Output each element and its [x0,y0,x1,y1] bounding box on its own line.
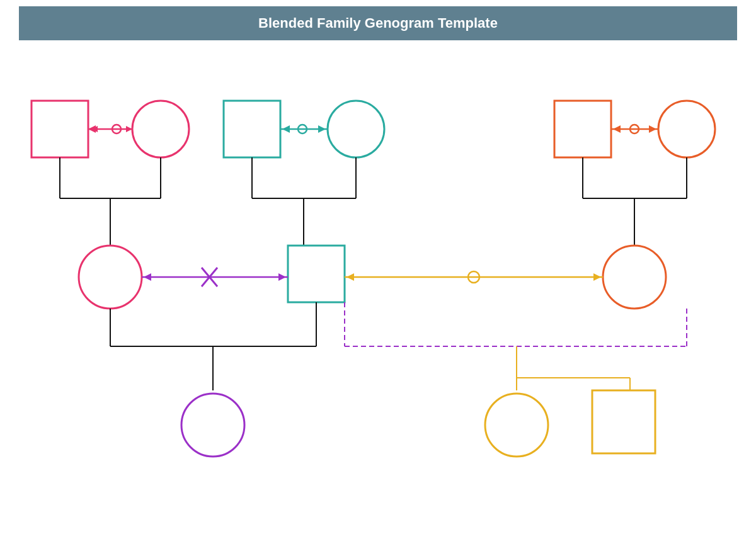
svg-point-35 [603,246,666,309]
svg-marker-18 [318,125,326,133]
svg-rect-13 [224,101,280,157]
svg-marker-27 [613,125,621,133]
svg-point-57 [485,394,548,457]
svg-rect-58 [592,390,655,453]
svg-marker-43 [346,273,354,281]
svg-marker-5 [126,126,132,132]
svg-rect-23 [554,101,611,157]
svg-point-1 [132,101,189,157]
svg-rect-34 [288,246,345,302]
svg-point-24 [658,101,715,157]
svg-marker-28 [649,125,656,133]
svg-point-33 [79,246,142,309]
svg-marker-8 [88,125,96,133]
svg-point-49 [181,394,244,457]
svg-marker-44 [593,273,601,281]
svg-marker-17 [282,125,290,133]
svg-rect-0 [32,101,88,157]
svg-marker-39 [144,273,151,281]
page-title: Blended Family Genogram Template [19,6,737,40]
diagram-area: LEGEND: Marriage Divorced Adopted Biolog… [0,38,756,510]
svg-point-14 [328,101,384,157]
svg-marker-40 [278,273,286,281]
